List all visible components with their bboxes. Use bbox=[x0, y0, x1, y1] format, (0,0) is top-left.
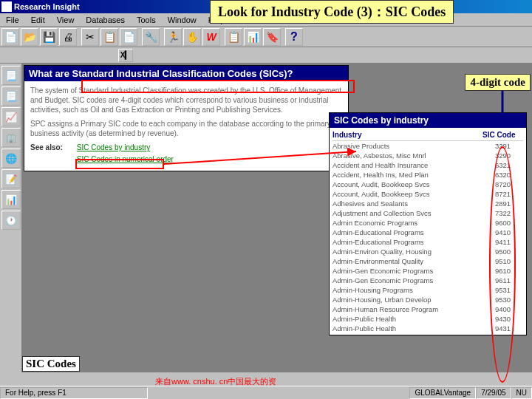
annotation-4digit: 4-digit code bbox=[465, 74, 531, 91]
table-row[interactable]: Account, Audit, Bookkeep Svcs8721 bbox=[332, 189, 523, 199]
open-icon[interactable]: 📂 bbox=[21, 28, 38, 46]
side-chart-icon[interactable]: 📈 bbox=[1, 107, 21, 126]
table-row[interactable]: Adhesives and Sealants2891 bbox=[332, 199, 523, 208]
annotation-sic-codes: SIC Codes bbox=[22, 356, 80, 372]
menu-tools[interactable]: Tools bbox=[131, 14, 162, 26]
menu-view[interactable]: View bbox=[51, 14, 81, 26]
save-icon[interactable]: 💾 bbox=[40, 28, 58, 46]
table-row[interactable]: Abrasive, Asbestos, Misc Mnrl3290 bbox=[332, 151, 523, 160]
bars-icon[interactable]: 📊 bbox=[244, 28, 262, 46]
cut-icon[interactable]: ✂ bbox=[81, 28, 99, 46]
panel-header: Industry SIC Code bbox=[332, 129, 523, 141]
table-row[interactable]: Admin-Educational Programs9411 bbox=[332, 237, 523, 247]
flag-icon[interactable]: 🔖 bbox=[263, 28, 281, 46]
menu-window[interactable]: Window bbox=[162, 14, 202, 26]
tool-icon[interactable]: 🔧 bbox=[142, 28, 160, 46]
doc-body: The system of Standard Industrial Classi… bbox=[24, 81, 348, 171]
doc-icon[interactable]: 📋 bbox=[225, 28, 242, 46]
table-row[interactable]: Admin Economic Programs9600 bbox=[332, 218, 523, 228]
table-row[interactable]: Adjustment and Collection Svcs7322 bbox=[332, 208, 523, 218]
run-icon[interactable]: 🏃 bbox=[164, 28, 182, 46]
col-industry: Industry bbox=[332, 131, 482, 139]
content-area: What are Standard Industrial Classificat… bbox=[22, 64, 532, 372]
panel-rows: Abrasive Products3291Abrasive, Asbestos,… bbox=[332, 141, 523, 333]
toolbar-secondary: X▎ bbox=[0, 47, 532, 64]
help-document: What are Standard Industrial Classificat… bbox=[24, 65, 349, 171]
table-row[interactable]: Accident and Health Insurance6321 bbox=[332, 160, 523, 170]
blue-arrow-icon bbox=[497, 89, 508, 126]
side-building-icon[interactable]: 🏢 bbox=[1, 128, 21, 147]
toolbar-main: 📄 📂 💾 🖨 ✂ 📋 📄 🔧 🏃 ✋ W 📋 📊 🔖 ? bbox=[0, 27, 532, 47]
status-help: For Help, press F1 bbox=[0, 387, 148, 399]
app-title: Research Insight bbox=[14, 2, 80, 11]
copy-icon[interactable]: 📋 bbox=[100, 28, 118, 46]
doc-para1: The system of Standard Industrial Classi… bbox=[30, 86, 342, 115]
doc-title: What are Standard Industrial Classificat… bbox=[24, 66, 348, 81]
side-clock-icon[interactable]: 🕐 bbox=[1, 211, 21, 230]
annotation-top: Look for Industry Code (3)：SIC Codes bbox=[210, 0, 454, 24]
print-icon[interactable]: 🖨 bbox=[59, 28, 77, 46]
workarea: 📃 📃 📈 🏢 🌐 📝 📊 🕐 What are Standard Indust… bbox=[0, 64, 532, 372]
doc-para2: SPC assigns a Primary SIC code to each c… bbox=[30, 119, 342, 138]
paste-icon[interactable]: 📄 bbox=[120, 28, 137, 46]
sidebar: 📃 📃 📈 🏢 🌐 📝 📊 🕐 bbox=[0, 64, 22, 372]
table-row[interactable]: Abrasive Products3291 bbox=[332, 141, 523, 151]
table-row[interactable]: Admin-Gen Economic Programs9610 bbox=[332, 266, 523, 276]
table-row[interactable]: Admin-Housing Programs9531 bbox=[332, 285, 523, 295]
side-report-icon[interactable]: 📃 bbox=[1, 66, 21, 85]
table-row[interactable]: Admin-Environmental Quality9510 bbox=[332, 256, 523, 266]
app-icon bbox=[1, 1, 12, 12]
link-sic-numerical[interactable]: SIC Codes in numerical order bbox=[77, 154, 174, 164]
footer-chinese: 来自www. cnshu. cn中国最大的资 bbox=[155, 376, 276, 387]
table-row[interactable]: Account, Audit, Bookkeep Svcs8720 bbox=[332, 180, 523, 189]
table-row[interactable]: Admin-Public Health9430 bbox=[332, 314, 523, 324]
side-report2-icon[interactable]: 📃 bbox=[1, 86, 21, 106]
table-row[interactable]: Admin-Educational Programs9410 bbox=[332, 228, 523, 237]
side-bars-icon[interactable]: 📊 bbox=[1, 190, 21, 209]
sic-panel: SIC Codes by industry Industry SIC Code … bbox=[329, 112, 527, 335]
table-row[interactable]: Admin-Environ Quality, Housing9500 bbox=[332, 247, 523, 256]
status-db: GLOBALVantage bbox=[409, 387, 476, 399]
menu-databases[interactable]: Databases bbox=[80, 14, 131, 26]
status-mode: NU bbox=[511, 387, 532, 399]
status-date: 7/29/05 bbox=[476, 387, 511, 399]
new-icon[interactable]: 📄 bbox=[1, 28, 19, 46]
side-globe-icon[interactable]: 🌐 bbox=[1, 149, 21, 168]
link-sic-by-industry[interactable]: SIC Codes by industry bbox=[77, 143, 174, 152]
chart-icon[interactable]: W bbox=[202, 28, 220, 46]
table-row[interactable]: Admin-Housing, Urban Develop9530 bbox=[332, 295, 523, 304]
table-row[interactable]: Admin-Gen Economic Programs9611 bbox=[332, 276, 523, 285]
see-also-label: See also: bbox=[30, 143, 75, 152]
hand-icon[interactable]: ✋ bbox=[183, 28, 201, 46]
table-row[interactable]: Admin-Human Resource Program9400 bbox=[332, 304, 523, 314]
side-note-icon[interactable]: 📝 bbox=[1, 169, 21, 188]
col-sic-code: SIC Code bbox=[482, 131, 523, 139]
menu-file[interactable]: File bbox=[0, 14, 25, 26]
statusbar: For Help, press F1 GLOBALVantage 7/29/05… bbox=[0, 386, 532, 399]
menu-edit[interactable]: Edit bbox=[25, 14, 51, 26]
table-row[interactable]: Admin-Public Health9431 bbox=[332, 324, 523, 333]
excel-icon[interactable]: X▎ bbox=[118, 49, 133, 62]
table-row[interactable]: Accident, Health Ins, Med Plan6320 bbox=[332, 170, 523, 180]
help-icon[interactable]: ? bbox=[285, 28, 303, 46]
